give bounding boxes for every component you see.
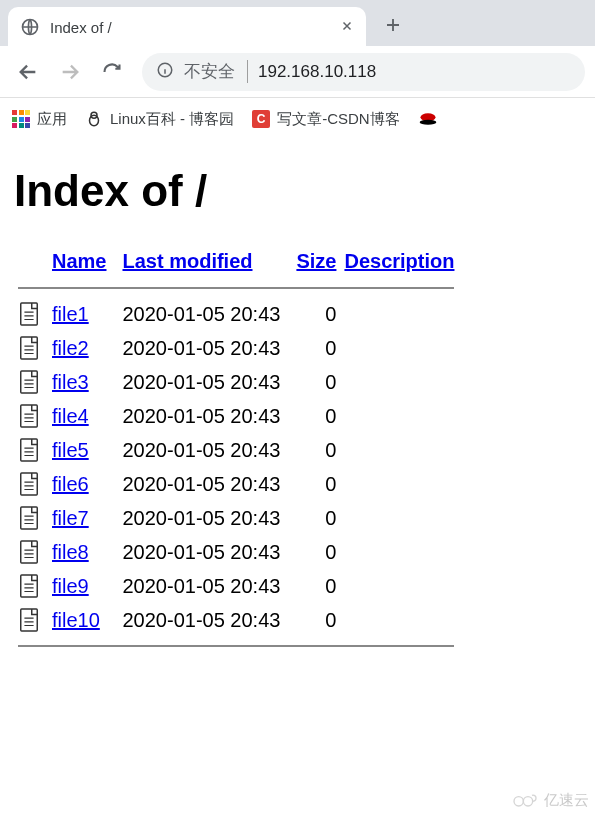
file-size: 0 — [292, 399, 340, 433]
file-link[interactable]: file9 — [52, 575, 89, 597]
file-modified: 2020-01-05 20:43 — [118, 501, 292, 535]
redhat-icon — [418, 109, 438, 129]
bookmarks-bar: 应用 Linux百科 - 博客园 C 写文章-CSDN博客 — [0, 98, 595, 140]
file-modified: 2020-01-05 20:43 — [118, 365, 292, 399]
header-row: Name Last modified Size Description — [14, 246, 466, 279]
file-icon-cell — [14, 501, 52, 535]
file-desc — [340, 365, 466, 399]
bookmark-linux[interactable]: Linux百科 - 博客园 — [85, 110, 234, 129]
file-size: 0 — [292, 433, 340, 467]
tab-title: Index of / — [50, 19, 332, 36]
svg-rect-15 — [21, 609, 38, 631]
penguin-icon — [85, 110, 103, 128]
file-row: file12020-01-05 20:430 — [14, 297, 466, 331]
file-desc — [340, 467, 466, 501]
toolbar: 不安全 192.168.10.118 — [0, 46, 595, 98]
apps-icon — [12, 110, 30, 128]
file-icon-cell — [14, 365, 52, 399]
svg-rect-9 — [21, 405, 38, 427]
reload-button[interactable] — [94, 54, 130, 90]
bookmark-label: Linux百科 - 博客园 — [110, 110, 234, 129]
file-desc — [340, 535, 466, 569]
file-row: file62020-01-05 20:430 — [14, 467, 466, 501]
browser-tab[interactable]: Index of / — [8, 7, 366, 47]
file-modified: 2020-01-05 20:43 — [118, 569, 292, 603]
close-tab-icon[interactable] — [340, 17, 354, 38]
file-desc — [340, 501, 466, 535]
svg-rect-13 — [21, 541, 38, 563]
forward-button[interactable] — [52, 54, 88, 90]
file-row: file32020-01-05 20:430 — [14, 365, 466, 399]
file-link[interactable]: file7 — [52, 507, 89, 529]
file-modified: 2020-01-05 20:43 — [118, 331, 292, 365]
file-size: 0 — [292, 569, 340, 603]
file-link[interactable]: file5 — [52, 439, 89, 461]
new-tab-button[interactable] — [384, 16, 402, 38]
apps-label: 应用 — [37, 110, 67, 129]
col-name-link[interactable]: Name — [52, 250, 106, 272]
file-modified: 2020-01-05 20:43 — [118, 433, 292, 467]
file-size: 0 — [292, 535, 340, 569]
apps-button[interactable]: 应用 — [12, 110, 67, 129]
svg-rect-11 — [21, 473, 38, 495]
file-size: 0 — [292, 331, 340, 365]
file-modified: 2020-01-05 20:43 — [118, 467, 292, 501]
directory-listing: Name Last modified Size Description file… — [14, 246, 466, 655]
insecure-label: 不安全 — [184, 60, 248, 83]
col-modified-link[interactable]: Last modified — [122, 250, 252, 272]
info-icon[interactable] — [156, 61, 174, 83]
svg-rect-14 — [21, 575, 38, 597]
file-link[interactable]: file3 — [52, 371, 89, 393]
file-icon-cell — [14, 399, 52, 433]
file-desc — [340, 331, 466, 365]
divider — [18, 645, 454, 647]
col-desc-link[interactable]: Description — [344, 250, 454, 272]
page-heading: Index of / — [14, 166, 581, 216]
file-modified: 2020-01-05 20:43 — [118, 603, 292, 637]
file-size: 0 — [292, 467, 340, 501]
file-row: file102020-01-05 20:430 — [14, 603, 466, 637]
file-row: file72020-01-05 20:430 — [14, 501, 466, 535]
file-row: file92020-01-05 20:430 — [14, 569, 466, 603]
file-desc — [340, 569, 466, 603]
csdn-icon: C — [252, 110, 270, 128]
address-bar[interactable]: 不安全 192.168.10.118 — [142, 53, 585, 91]
file-link[interactable]: file10 — [52, 609, 100, 631]
file-size: 0 — [292, 603, 340, 637]
file-link[interactable]: file8 — [52, 541, 89, 563]
col-size-link[interactable]: Size — [296, 250, 336, 272]
back-button[interactable] — [10, 54, 46, 90]
svg-rect-12 — [21, 507, 38, 529]
svg-rect-10 — [21, 439, 38, 461]
svg-rect-6 — [21, 303, 38, 325]
svg-point-5 — [419, 120, 436, 125]
file-modified: 2020-01-05 20:43 — [118, 399, 292, 433]
file-modified: 2020-01-05 20:43 — [118, 535, 292, 569]
bookmark-redhat[interactable] — [418, 109, 438, 129]
page-content: Index of / Name Last modified Size Descr… — [0, 140, 595, 665]
file-icon-cell — [14, 603, 52, 637]
file-row: file82020-01-05 20:430 — [14, 535, 466, 569]
bookmark-csdn[interactable]: C 写文章-CSDN博客 — [252, 110, 400, 129]
bookmark-label: 写文章-CSDN博客 — [277, 110, 400, 129]
file-row: file22020-01-05 20:430 — [14, 331, 466, 365]
file-icon-cell — [14, 535, 52, 569]
globe-icon — [20, 17, 40, 37]
file-link[interactable]: file4 — [52, 405, 89, 427]
file-row: file42020-01-05 20:430 — [14, 399, 466, 433]
file-link[interactable]: file1 — [52, 303, 89, 325]
file-modified: 2020-01-05 20:43 — [118, 297, 292, 331]
file-size: 0 — [292, 297, 340, 331]
file-link[interactable]: file2 — [52, 337, 89, 359]
file-icon-cell — [14, 331, 52, 365]
url-text: 192.168.10.118 — [258, 62, 376, 82]
file-size: 0 — [292, 501, 340, 535]
file-icon-cell — [14, 569, 52, 603]
file-link[interactable]: file6 — [52, 473, 89, 495]
file-row: file52020-01-05 20:430 — [14, 433, 466, 467]
svg-rect-7 — [21, 337, 38, 359]
file-desc — [340, 399, 466, 433]
file-icon-cell — [14, 433, 52, 467]
file-size: 0 — [292, 365, 340, 399]
divider — [18, 287, 454, 289]
